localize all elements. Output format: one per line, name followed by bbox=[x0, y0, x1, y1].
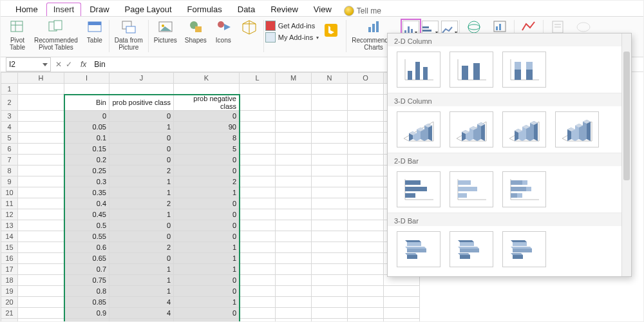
col-header-K[interactable]: K bbox=[174, 73, 240, 84]
cell-M18[interactable] bbox=[276, 275, 312, 286]
tab-review[interactable]: Review bbox=[263, 3, 305, 16]
cell-K15[interactable]: 1 bbox=[174, 242, 240, 253]
cancel-formula-button[interactable]: ✕ bbox=[53, 60, 64, 69]
col-header-I[interactable]: I bbox=[64, 73, 109, 84]
cell-N21[interactable] bbox=[312, 308, 348, 319]
icons-button[interactable]: Icons bbox=[211, 18, 236, 54]
cell-I6[interactable]: 0.15 bbox=[64, 144, 109, 155]
cell-N11[interactable] bbox=[312, 198, 348, 209]
cell-M14[interactable] bbox=[276, 231, 312, 242]
cell-O18[interactable] bbox=[348, 275, 384, 286]
cell-H22[interactable] bbox=[18, 319, 64, 323]
cell-K14[interactable]: 0 bbox=[174, 231, 240, 242]
row-header-1[interactable]: 1 bbox=[1, 84, 18, 95]
col-header-L[interactable]: L bbox=[240, 73, 276, 84]
cell-J2[interactable]: prob positive class bbox=[109, 95, 174, 111]
cell-J15[interactable]: 2 bbox=[109, 242, 174, 253]
row-header-4[interactable]: 4 bbox=[1, 122, 18, 133]
cell-O7[interactable] bbox=[348, 155, 384, 166]
cell-L18[interactable] bbox=[240, 275, 276, 286]
cell-I11[interactable]: 0.4 bbox=[64, 198, 109, 209]
cell-L4[interactable] bbox=[240, 122, 276, 133]
cell-O11[interactable] bbox=[348, 198, 384, 209]
chart-tile-bar2d-1[interactable] bbox=[450, 171, 493, 207]
cell-I21[interactable]: 0.9 bbox=[64, 308, 109, 319]
cell-M6[interactable] bbox=[276, 144, 312, 155]
cell-I13[interactable]: 0.5 bbox=[64, 220, 109, 231]
cell-J8[interactable]: 2 bbox=[109, 166, 174, 176]
cell-N7[interactable] bbox=[312, 155, 348, 166]
cell-H20[interactable] bbox=[18, 297, 64, 308]
cell-I1[interactable] bbox=[64, 84, 109, 95]
chart-tile-bar3d-2[interactable] bbox=[502, 231, 546, 267]
cell-H5[interactable] bbox=[18, 133, 64, 144]
row-header-11[interactable]: 11 bbox=[1, 198, 18, 209]
cell-K9[interactable]: 2 bbox=[174, 176, 240, 187]
cell-O2[interactable] bbox=[348, 95, 384, 111]
cell-N9[interactable] bbox=[312, 176, 348, 187]
row-header-3[interactable]: 3 bbox=[1, 111, 18, 122]
cell-L7[interactable] bbox=[240, 155, 276, 166]
cell-I3[interactable]: 0 bbox=[64, 111, 109, 122]
cell-L3[interactable] bbox=[240, 111, 276, 122]
cell-O8[interactable] bbox=[348, 166, 384, 176]
cell-L22[interactable] bbox=[240, 319, 276, 323]
tab-view[interactable]: View bbox=[307, 3, 339, 16]
tab-home[interactable]: Home bbox=[8, 3, 45, 16]
cell-L14[interactable] bbox=[240, 231, 276, 242]
accept-formula-button[interactable]: ✓ bbox=[64, 60, 74, 69]
cell-O17[interactable] bbox=[348, 264, 384, 275]
cell-I9[interactable]: 0.3 bbox=[64, 176, 109, 187]
cell-H13[interactable] bbox=[18, 220, 64, 231]
cell-M9[interactable] bbox=[276, 176, 312, 187]
cell-L1[interactable] bbox=[240, 84, 276, 95]
cell-M2[interactable] bbox=[276, 95, 312, 111]
cell-J3[interactable]: 0 bbox=[109, 111, 174, 122]
cell-O4[interactable] bbox=[348, 122, 384, 133]
cell-M8[interactable] bbox=[276, 166, 312, 176]
cell-O6[interactable] bbox=[348, 144, 384, 155]
cell-J5[interactable]: 0 bbox=[109, 133, 174, 144]
my-addins-button[interactable]: My Add-ins▾ bbox=[265, 32, 319, 43]
row-header-16[interactable]: 16 bbox=[1, 253, 18, 264]
cell-H21[interactable] bbox=[18, 308, 64, 319]
chart-tile-col2d-2[interactable] bbox=[502, 52, 546, 88]
cell-J10[interactable]: 1 bbox=[109, 187, 174, 198]
cell-J20[interactable]: 4 bbox=[109, 297, 174, 308]
cell-M20[interactable] bbox=[276, 297, 312, 308]
cell-J22[interactable]: 5 bbox=[109, 319, 174, 323]
row-header-2[interactable]: 2 bbox=[1, 95, 18, 111]
row-header-13[interactable]: 13 bbox=[1, 220, 18, 231]
tab-formulas[interactable]: Formulas bbox=[180, 3, 229, 16]
cell-I5[interactable]: 0.1 bbox=[64, 133, 109, 144]
cell-M11[interactable] bbox=[276, 198, 312, 209]
cell-O15[interactable] bbox=[348, 242, 384, 253]
cell-J9[interactable]: 1 bbox=[109, 176, 174, 187]
cell-H19[interactable] bbox=[18, 286, 64, 297]
cell-K2[interactable]: prob negative class bbox=[174, 95, 240, 111]
cell-H2[interactable] bbox=[18, 95, 64, 111]
col-header-M[interactable]: M bbox=[276, 73, 312, 84]
cell-O14[interactable] bbox=[348, 231, 384, 242]
cell-M19[interactable] bbox=[276, 286, 312, 297]
cell-J18[interactable]: 1 bbox=[109, 275, 174, 286]
cell-M5[interactable] bbox=[276, 133, 312, 144]
cell-N20[interactable] bbox=[312, 297, 348, 308]
cell-O20[interactable] bbox=[348, 297, 384, 308]
cell-N2[interactable] bbox=[312, 95, 348, 111]
cell-K7[interactable]: 0 bbox=[174, 155, 240, 166]
cell-N14[interactable] bbox=[312, 231, 348, 242]
chart-tile-col3d-2[interactable] bbox=[502, 111, 546, 147]
cell-L13[interactable] bbox=[240, 220, 276, 231]
cell-N17[interactable] bbox=[312, 264, 348, 275]
cell-K21[interactable]: 0 bbox=[174, 308, 240, 319]
cell-K8[interactable]: 0 bbox=[174, 166, 240, 176]
cell-N1[interactable] bbox=[312, 84, 348, 95]
cell-N22[interactable] bbox=[312, 319, 348, 323]
cell-K12[interactable]: 0 bbox=[174, 209, 240, 220]
cell-K3[interactable]: 0 bbox=[174, 111, 240, 122]
cell-L20[interactable] bbox=[240, 297, 276, 308]
cell-J21[interactable]: 4 bbox=[109, 308, 174, 319]
cell-P20[interactable] bbox=[384, 297, 420, 308]
chart-tile-bar2d-2[interactable] bbox=[502, 171, 546, 207]
